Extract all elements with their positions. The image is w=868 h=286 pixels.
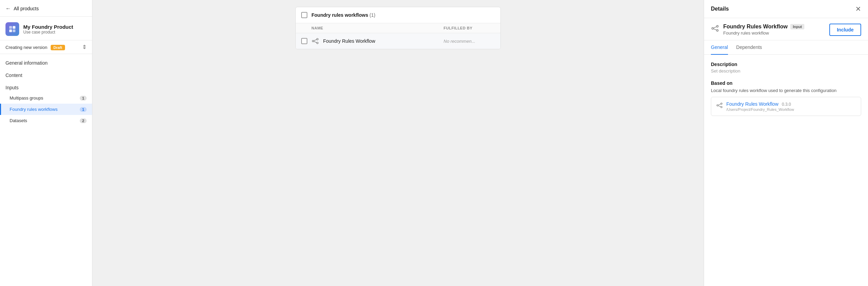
details-tabs: General Dependents [704, 40, 868, 55]
svg-line-17 [718, 104, 721, 105]
sidebar-item-datasets[interactable]: Datasets 2 [0, 115, 92, 126]
based-on-name: Foundry Rules Workflow [726, 101, 778, 107]
based-on-label: Based on [711, 80, 861, 86]
sidebar-navigation: General information Content Inputs Multi… [0, 54, 92, 129]
back-label: All products [14, 6, 39, 11]
sidebar-item-content[interactable]: Content [0, 69, 92, 81]
based-on-info: Foundry Rules Workflow 0.3.0 /Users/Proj… [726, 101, 794, 112]
item-header: Foundry Rules Workflow Input Foundry rul… [704, 18, 868, 40]
sidebar: ← All products My Foundry Product Use ca… [0, 0, 92, 286]
include-button[interactable]: Include [829, 24, 861, 36]
table-row[interactable]: Foundry Rules Workflow No recommen... [296, 33, 500, 49]
select-all-checkbox[interactable] [301, 12, 307, 18]
version-info: Creating new version Draft [5, 44, 65, 50]
table-title: Foundry rules workflows (1) [311, 12, 375, 18]
nav-child-badge: 2 [80, 118, 87, 123]
details-panel-title: Details [711, 6, 729, 12]
row-name: Foundry Rules Workflow [323, 38, 439, 44]
version-badge: Draft [51, 45, 65, 50]
table-column-headers: NAME FULFILLED BY [296, 23, 500, 33]
sidebar-item-multipass-groups[interactable]: Multipass groups 1 [0, 92, 92, 104]
nav-child-label: Multipass groups [10, 95, 43, 101]
description-section: Description Set description [711, 62, 861, 74]
description-label: Description [711, 62, 861, 67]
svg-line-18 [718, 106, 721, 107]
sidebar-item-foundry-rules-workflows[interactable]: Foundry rules workflows 1 [0, 104, 92, 115]
based-on-description: Local foundry rules workflow used to gen… [711, 87, 861, 94]
sidebar-group-inputs: Inputs [0, 81, 92, 92]
product-info: My Foundry Product Use case product [23, 24, 73, 35]
svg-point-4 [312, 40, 314, 42]
description-value: Set description [711, 68, 861, 74]
based-on-card[interactable]: Foundry Rules Workflow 0.3.0 /Users/Proj… [711, 97, 861, 116]
col-header-name: NAME [301, 26, 444, 30]
item-type-icon [711, 24, 719, 34]
nav-child-label: Datasets [10, 118, 27, 123]
row-fulfilled: No recommen... [444, 39, 495, 44]
sidebar-item-general-information[interactable]: General information [0, 57, 92, 69]
item-header-left: Foundry Rules Workflow Input Foundry rul… [711, 24, 804, 36]
nav-child-label: Foundry rules workflows [10, 107, 58, 112]
col-header-fulfilled: FULFILLED BY [444, 26, 495, 30]
item-subtitle: Foundry rules workflow [723, 30, 804, 36]
version-label: Creating new version [5, 45, 47, 50]
svg-rect-1 [13, 26, 15, 29]
nav-child-badge: 1 [80, 96, 87, 101]
svg-line-13 [714, 29, 717, 30]
based-on-version: 0.3.0 [782, 102, 791, 107]
based-on-section: Based on Local foundry rules workflow us… [711, 80, 861, 116]
based-on-icon [716, 102, 723, 110]
back-arrow-icon: ← [5, 5, 11, 12]
product-subtitle: Use case product [23, 30, 73, 35]
product-icon [5, 22, 19, 36]
svg-rect-0 [9, 26, 12, 29]
back-link[interactable]: ← All products [0, 0, 92, 17]
tab-dependents[interactable]: Dependents [736, 40, 762, 55]
svg-rect-3 [13, 29, 15, 32]
product-name: My Foundry Product [23, 24, 73, 30]
svg-point-14 [717, 105, 718, 106]
svg-rect-2 [9, 29, 12, 32]
item-title-row: Foundry Rules Workflow Input [723, 24, 804, 30]
svg-point-5 [317, 38, 318, 40]
main-content: Foundry rules workflows (1) NAME FULFILL… [92, 0, 704, 286]
svg-line-7 [314, 39, 317, 41]
svg-point-6 [317, 42, 318, 44]
based-on-name-row: Foundry Rules Workflow 0.3.0 [726, 101, 794, 107]
version-dropdown-icon[interactable]: ⇕ [82, 44, 87, 50]
svg-line-12 [714, 27, 717, 28]
row-checkbox[interactable] [301, 38, 307, 44]
based-on-path: /Users/Project/Foundry_Rules_Workflow [726, 107, 794, 112]
details-header: Details ✕ [704, 0, 868, 18]
svg-point-15 [721, 103, 722, 104]
item-title-block: Foundry Rules Workflow Input Foundry rul… [723, 24, 804, 36]
svg-point-11 [717, 30, 718, 31]
product-header: My Foundry Product Use case product [0, 17, 92, 40]
item-tag: Input [790, 24, 804, 29]
svg-point-9 [712, 28, 714, 29]
details-body: Description Set description Based on Loc… [704, 55, 868, 123]
svg-point-10 [717, 26, 718, 27]
svg-line-8 [314, 41, 317, 43]
details-panel: Details ✕ Foundry Rules Workflow Input F… [704, 0, 868, 286]
table-header: Foundry rules workflows (1) [296, 7, 500, 23]
close-button[interactable]: ✕ [855, 5, 861, 12]
nav-child-badge: 1 [80, 107, 87, 112]
tab-general[interactable]: General [711, 40, 728, 55]
workflow-row-icon [311, 37, 319, 45]
item-title: Foundry Rules Workflow [723, 24, 788, 30]
table-count: (1) [370, 12, 375, 18]
svg-point-16 [721, 106, 722, 108]
table-card: Foundry rules workflows (1) NAME FULFILL… [295, 7, 501, 49]
version-selector[interactable]: Creating new version Draft ⇕ [0, 40, 92, 54]
